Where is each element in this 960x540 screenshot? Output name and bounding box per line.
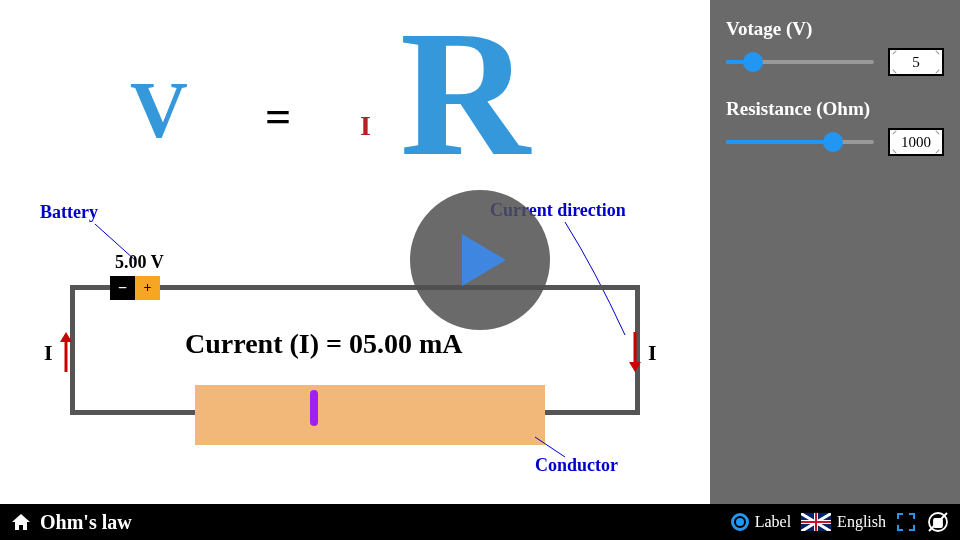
circuit: 5.00 V −+ I I Current (I) = 05.00 mA Con… bbox=[30, 260, 680, 480]
arrow-up-icon bbox=[58, 332, 74, 376]
svg-line-5 bbox=[535, 437, 565, 457]
home-icon[interactable] bbox=[10, 512, 32, 532]
battery-label: Battery bbox=[40, 202, 98, 223]
voltage-value: 5 bbox=[912, 54, 920, 71]
language-selector[interactable]: English bbox=[801, 513, 886, 531]
conductor bbox=[195, 385, 545, 445]
formula-I: I bbox=[360, 110, 371, 142]
formula-R: R bbox=[400, 0, 530, 197]
play-button[interactable] bbox=[410, 190, 550, 330]
wire-top-right bbox=[160, 285, 640, 290]
I-label-left: I bbox=[44, 340, 53, 366]
footer: Ohm's law Label English bbox=[0, 504, 960, 540]
voltage-slider[interactable] bbox=[726, 52, 874, 72]
current-value-text: Current (I) = 05.00 mA bbox=[185, 328, 463, 360]
fullscreen-button[interactable] bbox=[896, 512, 916, 532]
svg-marker-6 bbox=[462, 234, 506, 286]
rotate-lock-button[interactable] bbox=[926, 510, 950, 534]
control-panel: Votage (V) 5 Resistance (Ohm) 1000 bbox=[710, 0, 960, 504]
formula-equals: = bbox=[265, 90, 291, 143]
battery-icon: −+ bbox=[110, 276, 160, 300]
formula-V: V bbox=[130, 65, 188, 156]
arrow-down-icon bbox=[627, 332, 643, 376]
page-title: Ohm's law bbox=[40, 511, 132, 534]
resistance-label: Resistance (Ohm) bbox=[726, 98, 944, 120]
battery-voltage-text: 5.00 V bbox=[115, 252, 164, 273]
wire-top-left bbox=[70, 285, 110, 290]
resistance-value: 1000 bbox=[901, 134, 931, 151]
conductor-callout bbox=[530, 435, 570, 460]
label-toggle[interactable]: Label bbox=[731, 513, 791, 531]
play-icon bbox=[448, 228, 512, 292]
uk-flag-icon bbox=[801, 513, 831, 531]
probe bbox=[310, 390, 318, 426]
voltage-label: Votage (V) bbox=[726, 18, 944, 40]
resistance-input[interactable]: 1000 bbox=[888, 128, 944, 156]
wire-bottom-right bbox=[545, 410, 640, 415]
resistance-slider[interactable] bbox=[726, 132, 874, 152]
I-label-right: I bbox=[648, 340, 657, 366]
svg-marker-2 bbox=[60, 332, 72, 342]
label-toggle-text: Label bbox=[755, 513, 791, 531]
radio-on-icon bbox=[731, 513, 749, 531]
svg-marker-4 bbox=[629, 362, 641, 372]
formula: V = I R bbox=[80, 10, 640, 190]
wire-bottom-left bbox=[70, 410, 195, 415]
main-canvas: V = I R Battery Current direction 5.00 V… bbox=[0, 0, 710, 504]
voltage-input[interactable]: 5 bbox=[888, 48, 944, 76]
language-text: English bbox=[837, 513, 886, 531]
